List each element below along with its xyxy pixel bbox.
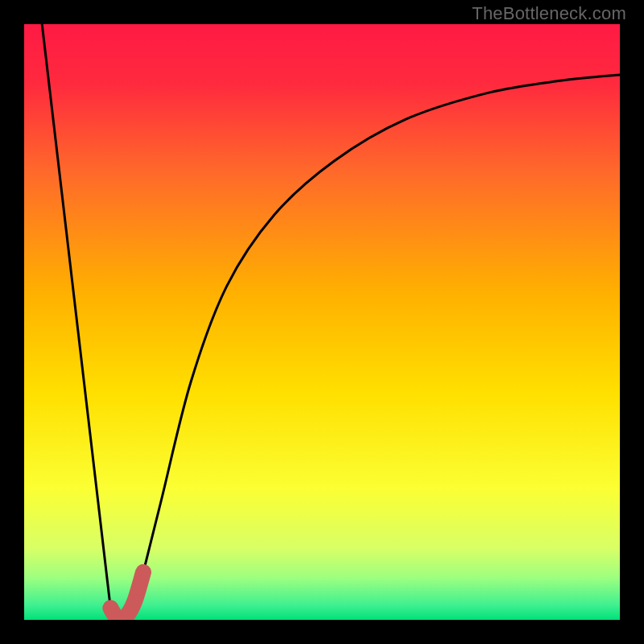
valley-accent-stroke bbox=[110, 572, 143, 618]
curve-layer bbox=[24, 24, 620, 620]
chart-frame: TheBottleneck.com bbox=[0, 0, 644, 644]
bottleneck-curve-left bbox=[42, 24, 110, 608]
watermark-text: TheBottleneck.com bbox=[472, 3, 626, 24]
bottleneck-curve-right bbox=[143, 75, 620, 572]
plot-area bbox=[24, 24, 620, 620]
